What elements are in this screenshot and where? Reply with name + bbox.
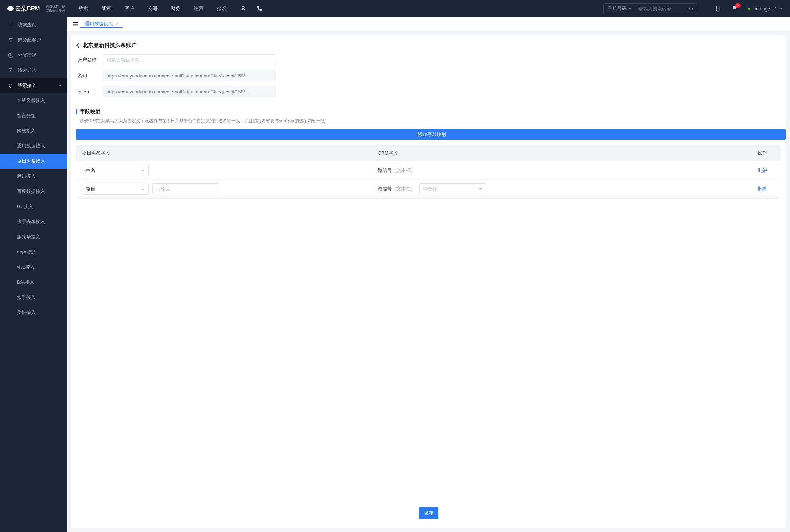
add-mapping-button[interactable]: +添加字段映射 [76,129,786,140]
tab[interactable]: 通用数据接入× [80,21,123,28]
sidebar-subitem[interactable]: 今日头条接入 [0,154,67,169]
save-button[interactable]: 保存 [419,507,438,519]
sidebar-item[interactable]: 待分配客户 [0,32,67,48]
mapping-table: 今日头条字段 CRM字段 操作 姓名微信号（文本框）删除项目微信号（文本框） 请… [76,145,781,199]
toutiao-field-select[interactable]: 姓名 [82,165,149,176]
crm-field-select[interactable]: 请选择 [419,183,486,194]
delete-button[interactable]: 删除 [758,186,767,191]
sidebar: 线索查询待分配客户分配情况线索导入线索接入在线客服接入留言分组网校接入通用数据接… [0,17,67,532]
user-add-icon[interactable] [240,5,246,12]
search-input[interactable] [635,6,685,12]
topnav-item[interactable]: 财务 [171,5,181,12]
sidebar-subitem[interactable]: 美柚接入 [0,305,67,320]
secret-label: 密钥 [78,72,103,79]
select-value: 项目 [86,186,95,192]
sidebar-subitem[interactable]: 快手表单接入 [0,214,67,229]
chevron-down-icon [629,8,632,9]
book-icon [8,22,13,28]
section-title: 字段映射 [80,108,100,115]
topnav-item[interactable]: 公海 [148,5,158,12]
sidebar-item[interactable]: 分配情况 [0,48,67,63]
brand-subtitle: 教育机构一站 式服务云平台 [46,5,65,13]
content: 北京昱新科技头条账户 账户名称 密钥 https://crm.yunduocrm… [71,35,786,528]
sidebar-subitem[interactable]: 网校接入 [0,123,67,138]
status-dot [748,8,750,10]
crm-field-type: （文本框） [392,186,415,191]
breadcrumb[interactable]: 北京昱新科技头条账户 [71,42,786,54]
search-group: 手机号码 [603,3,697,14]
toutiao-field-select[interactable]: 项目 [82,184,149,195]
topnav-item[interactable]: 线索 [101,5,111,12]
select-placeholder: 请选择 [423,186,437,192]
toutiao-field-input[interactable] [152,183,219,194]
cloud-icon [7,6,14,11]
sidebar-item-label: 线索查询 [18,22,36,28]
table-row: 姓名微信号（文本框）删除 [76,161,781,180]
sidebar-item-label: 分配情况 [18,52,36,58]
chevron-left-icon [76,43,80,48]
chevron-down-icon [479,188,482,190]
close-icon[interactable]: × [116,21,119,26]
sidebar-item-label: 待分配客户 [18,37,41,43]
topnav-item[interactable]: 数据 [78,5,88,12]
account-name-label: 账户名称 [78,57,103,63]
chevron-down-icon [142,189,145,190]
search-button[interactable] [685,4,697,14]
notification-badge: 5 [735,3,741,8]
main: 通用数据接入× 北京昱新科技头条账户 账户名称 密钥 https://crm.y… [67,17,790,532]
phone-icon[interactable] [256,5,263,12]
pie-icon [8,53,13,58]
topnav-item[interactable]: 报名 [217,5,227,12]
sidebar-item-label: 线索接入 [18,82,36,89]
export-icon [8,68,13,73]
mobile-icon[interactable] [715,5,721,12]
select-value: 姓名 [86,167,95,174]
crm-field-type: （文本框） [392,168,415,173]
col-crm: CRM字段 [372,145,752,161]
sidebar-subitem[interactable]: B站接入 [0,275,67,290]
section-bar [76,109,77,114]
topnav-item[interactable]: 客户 [124,5,135,12]
sidebar-item-label: 线索导入 [18,67,36,74]
topnav-item[interactable]: 运营 [194,5,204,12]
col-toutiao: 今日头条字段 [76,145,372,161]
token-label: token [78,89,103,94]
sidebar-subitem[interactable]: 腾讯接入 [0,169,67,184]
account-name-input[interactable] [103,54,276,65]
secret-value[interactable]: https://crm.yunduocrm.com/externalData/s… [103,70,276,81]
table-row: 项目微信号（文本框） 请选择删除 [76,180,781,199]
logo[interactable]: 云朵CRM 教育机构一站 式服务云平台 [7,4,65,13]
search-type-label: 手机号码 [608,5,627,12]
crm-field-value: 微信号 [378,186,392,191]
sidebar-subitem[interactable]: UC接入 [0,199,67,214]
tab-menu-button[interactable] [70,17,80,31]
user-name: manager11 [753,6,777,12]
sidebar-subitem[interactable]: 百度数据接入 [0,184,67,199]
user-menu[interactable]: manager11 [748,6,783,12]
sidebar-item-access[interactable]: 线索接入 [0,78,67,93]
sidebar-subitem[interactable]: vivo接入 [0,260,67,275]
sidebar-subitem[interactable]: 在线客服接入 [0,93,67,108]
search-type-select[interactable]: 手机号码 [604,4,635,14]
brand-name: 云朵CRM [15,5,40,13]
notifications-button[interactable]: 5 [731,5,738,13]
tabbar: 通用数据接入× [67,17,790,31]
filter-icon [8,37,13,43]
col-action: 操作 [752,145,781,161]
search-icon [689,6,694,11]
sidebar-item[interactable]: 线索查询 [0,17,67,32]
sidebar-subitem[interactable]: 趣头条接入 [0,229,67,244]
delete-button[interactable]: 删除 [758,168,767,173]
sidebar-subitem[interactable]: 留言分组 [0,108,67,123]
chevron-down-icon [780,8,783,9]
sidebar-item[interactable]: 线索导入 [0,63,67,78]
tab-label: 通用数据接入 [85,21,113,27]
sidebar-subitem[interactable]: oppo接入 [0,244,67,260]
section-desc: 请确保您在此填写的头条自定义字段名称与在今日头条平台中自定义的字段名称一致，并且… [71,118,786,124]
chevron-up-icon [59,85,62,86]
svg-point-2 [717,10,718,11]
sidebar-subitem[interactable]: 通用数据接入 [0,138,67,154]
sidebar-subitem[interactable]: 知乎接入 [0,290,67,305]
svg-point-0 [690,7,693,10]
token-value[interactable]: https://crm.yunduocrm.com/externalData/s… [103,86,276,97]
